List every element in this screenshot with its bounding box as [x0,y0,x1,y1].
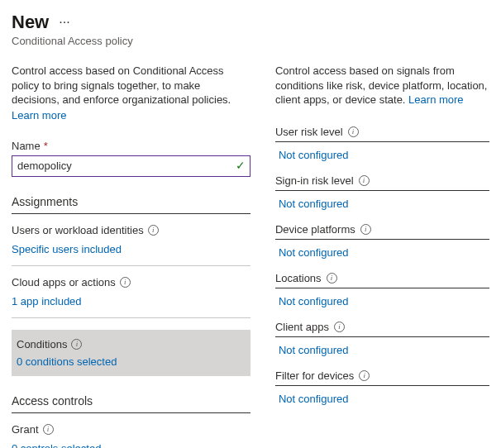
access-controls-heading: Access controls [12,394,250,413]
info-icon[interactable]: i [148,225,159,236]
device-platforms-value-link[interactable]: Not configured [279,246,349,259]
client-apps-label: Client apps [275,321,329,333]
info-icon[interactable]: i [359,370,370,381]
cloud-apps-label: Cloud apps or actions [12,276,116,288]
users-label: Users or workload identities [12,224,144,236]
conditions-label: Conditions [17,338,67,350]
info-icon[interactable]: i [327,273,337,284]
left-description: Control access based on Conditional Acce… [12,64,250,107]
info-icon[interactable]: i [334,322,345,332]
user-risk-value-link[interactable]: Not configured [279,149,349,161]
page-title: New [12,12,49,33]
user-risk-label: User risk level [275,126,343,138]
assignments-heading: Assignments [12,195,250,214]
info-icon[interactable]: i [359,175,370,186]
conditions-value-link[interactable]: 0 conditions selected [17,355,117,368]
more-actions-button[interactable]: ··· [59,15,69,30]
signin-risk-value-link[interactable]: Not configured [279,198,349,210]
locations-label: Locations [275,272,322,284]
required-asterisk: * [44,140,48,152]
locations-value-link[interactable]: Not configured [279,295,349,307]
filter-devices-label: Filter for devices [275,369,354,382]
info-icon[interactable]: i [360,224,371,235]
info-icon[interactable]: i [43,424,54,435]
info-icon[interactable]: i [120,277,131,288]
filter-devices-value-link[interactable]: Not configured [279,393,349,405]
learn-more-link-right[interactable]: Learn more [408,93,463,106]
grant-value-link[interactable]: 0 controls selected [12,442,101,448]
grant-label: Grant [12,423,39,436]
cloud-apps-value-link[interactable]: 1 app included [12,295,82,307]
signin-risk-label: Sign-in risk level [275,174,354,187]
users-value-link[interactable]: Specific users included [12,243,122,255]
device-platforms-label: Device platforms [275,223,355,236]
name-input[interactable] [12,155,250,177]
client-apps-value-link[interactable]: Not configured [279,344,349,356]
info-icon[interactable]: i [71,339,82,350]
learn-more-link-left[interactable]: Learn more [12,109,66,122]
info-icon[interactable]: i [348,126,359,137]
name-label: Name [12,140,41,152]
conditions-block-selected[interactable]: Conditions i 0 conditions selected [12,330,250,376]
page-subtitle: Conditional Access policy [12,35,489,47]
